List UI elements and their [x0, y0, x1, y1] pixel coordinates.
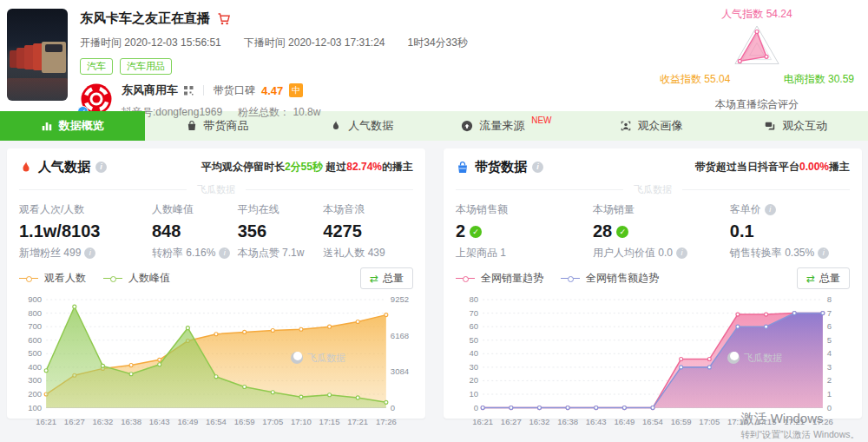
legend-sales-amount-trend[interactable]: 全网销售额趋势 [561, 271, 659, 286]
qr-code-icon[interactable] [184, 86, 194, 96]
total-toggle-button[interactable]: ⇄ 总量 [360, 267, 413, 289]
svg-text:6: 6 [827, 321, 832, 331]
traffic-source-icon [461, 120, 473, 132]
windows-activation-watermark: 激活 Windows 转到“设置”以激活 Windows。 [740, 411, 859, 441]
dashboard-content: 人气数据 i 平均观众停留时长2分55秒 超过82.74%的播主 飞瓜数据 观看… [0, 141, 868, 442]
tab-audience-interaction[interactable]: 观众互动 [723, 111, 868, 141]
start-time: 开播时间 2020-12-03 15:56:51 [80, 36, 221, 50]
svg-text:16:38: 16:38 [557, 417, 578, 426]
radar-metric-popularity: 人气指数 54.24 [658, 7, 856, 22]
toggle-arrows-icon: ⇄ [370, 273, 378, 285]
sales-summary: 带货超过当日抖音平台0.00%播主 [695, 160, 850, 175]
watermark-divider: 飞瓜数据 [456, 183, 850, 196]
info-icon[interactable]: i [818, 247, 829, 259]
stat-avg-online: 平均在线 356 本场点赞 7.1w [238, 202, 324, 261]
svg-text:17:21: 17:21 [347, 417, 368, 426]
shopping-bag-icon [186, 120, 198, 132]
tab-label: 数据概览 [59, 118, 104, 134]
tab-label: 人气数据 [348, 118, 393, 134]
info-icon[interactable]: i [84, 247, 95, 259]
tab-traffic-source[interactable]: 流量来源 NEW [434, 111, 579, 141]
stat-sales-volume: 本场销量 28✓ 用户人均价值 0.0i [593, 202, 730, 261]
tab-label: 流量来源 [479, 118, 524, 134]
bar-chart-icon [41, 120, 53, 132]
tab-audience-profile[interactable]: 观众画像 [579, 111, 724, 141]
tab-data-overview[interactable]: 数据概览 [0, 111, 145, 141]
svg-text:17:26: 17:26 [376, 417, 397, 426]
svg-text:16:43: 16:43 [586, 417, 607, 426]
total-toggle-button[interactable]: ⇄ 总量 [797, 267, 850, 289]
shopping-cart-icon [217, 12, 231, 26]
svg-text:3084: 3084 [391, 366, 410, 376]
svg-text:10: 10 [470, 389, 479, 399]
svg-text:200: 200 [28, 389, 42, 399]
tab-products[interactable]: 带货商品 [145, 111, 290, 141]
svg-text:16:49: 16:49 [614, 417, 635, 426]
svg-text:60: 60 [470, 321, 479, 331]
svg-text:30: 30 [470, 362, 479, 372]
sales-trend-chart[interactable]: 0102030405060708001234567816:2116:2716:3… [452, 291, 853, 431]
truck-window [45, 44, 62, 52]
tab-popularity[interactable]: 人气数据 [289, 111, 434, 141]
svg-text:400: 400 [28, 362, 42, 372]
radar-metric-revenue: 收益指数 55.04 [660, 72, 730, 87]
svg-text:9252: 9252 [391, 294, 409, 304]
svg-text:16:32: 16:32 [529, 417, 550, 426]
svg-text:4: 4 [827, 348, 832, 358]
popularity-panel: 人气数据 i 平均观众停留时长2分55秒 超过82.74%的播主 飞瓜数据 观看… [7, 148, 425, 419]
svg-text:3: 3 [827, 362, 832, 372]
svg-text:17:10: 17:10 [291, 417, 312, 426]
svg-text:20: 20 [470, 375, 479, 385]
new-badge: NEW [531, 115, 551, 125]
info-icon[interactable]: i [765, 204, 776, 215]
divider [203, 85, 204, 96]
tab-bar: 数据概览 带货商品 人气数据 流量来源 NEW 观众画像 观众互动 [0, 111, 868, 141]
popularity-summary: 平均观众停留时长2分55秒 超过82.74%的播主 [201, 160, 413, 175]
svg-text:1: 1 [827, 389, 832, 399]
radar-metric-ecommerce: 电商指数 30.59 [784, 72, 854, 87]
svg-text:16:54: 16:54 [642, 417, 664, 426]
legend-marker [456, 278, 475, 279]
svg-text:16:21: 16:21 [36, 417, 56, 426]
svg-text:16:49: 16:49 [177, 417, 198, 426]
svg-text:17:05: 17:05 [262, 417, 283, 426]
svg-text:16:54: 16:54 [206, 417, 227, 426]
goods-bag-icon [456, 161, 470, 175]
info-icon[interactable]: i [676, 247, 687, 259]
svg-text:7: 7 [827, 308, 832, 318]
live-thumbnail[interactable] [7, 9, 68, 101]
category-tag: 汽车 [80, 58, 113, 75]
reputation-label: 带货口碑 [214, 83, 255, 98]
reputation-grade-badge: 中 [289, 83, 303, 97]
svg-text:16:27: 16:27 [64, 417, 85, 426]
sales-panel: 带货数据 i 带货超过当日抖音平台0.00%播主 飞瓜数据 本场销售额 2✓ 上… [444, 148, 862, 419]
stat-sales-amount: 本场销售额 2✓ 上架商品 1 [456, 202, 593, 261]
reputation-score: 4.47 [261, 84, 283, 97]
info-icon[interactable]: i [532, 162, 543, 173]
svg-text:0: 0 [391, 403, 395, 412]
svg-text:100: 100 [28, 403, 42, 412]
svg-text:50: 50 [470, 335, 479, 345]
category-tag: 汽车用品 [120, 58, 172, 75]
svg-text:80: 80 [470, 294, 479, 304]
ground-reflection [7, 78, 68, 101]
radar-chart [658, 22, 856, 70]
popularity-trend-chart[interactable]: 1002003004005006007008009000308461689252… [16, 291, 417, 431]
svg-text:700: 700 [28, 321, 42, 331]
legend-view-count[interactable]: 观看人数 [19, 271, 86, 286]
svg-text:300: 300 [28, 375, 42, 385]
svg-text:16:21: 16:21 [472, 417, 493, 426]
svg-text:17:15: 17:15 [319, 417, 340, 426]
svg-text:500: 500 [28, 348, 42, 358]
flame-icon [19, 161, 33, 175]
duration: 1时34分33秒 [408, 36, 468, 50]
svg-text:600: 600 [28, 335, 42, 345]
check-icon: ✓ [470, 226, 482, 238]
info-icon[interactable]: i [95, 162, 107, 173]
info-icon[interactable]: i [219, 247, 230, 259]
svg-text:16:59: 16:59 [234, 417, 255, 426]
legend-peak-count[interactable]: 人数峰值 [103, 271, 170, 286]
svg-text:70: 70 [470, 308, 479, 318]
account-name: 东风商用车 [122, 82, 178, 98]
legend-sales-volume-trend[interactable]: 全网销量趋势 [456, 271, 543, 286]
